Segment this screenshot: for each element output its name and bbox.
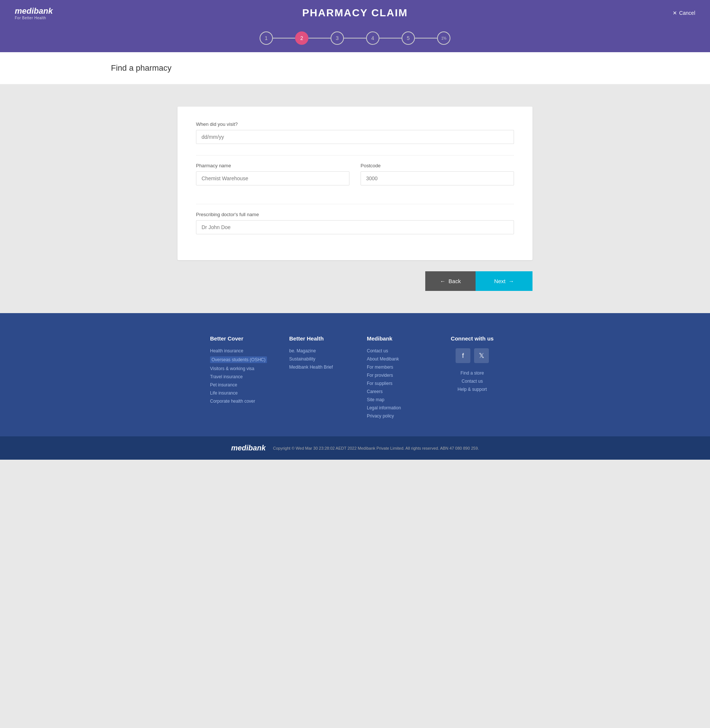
form-card: When did you visit? Pharmacy name Postco… (178, 107, 532, 260)
footer-link-pet[interactable]: Pet insurance (210, 382, 267, 387)
divider-1 (196, 155, 514, 156)
footer-link-visitors[interactable]: Visitors & working visa (210, 366, 267, 371)
cancel-icon: ✕ (673, 10, 677, 16)
back-label: Back (449, 278, 461, 284)
footer-link-health-insurance[interactable]: Health insurance (210, 348, 267, 353)
next-arrow-icon: → (509, 278, 514, 284)
logo: medibank For Better Health (15, 6, 53, 20)
footer-link-privacy[interactable]: Privacy policy (367, 413, 422, 419)
footer-medibank-heading: Medibank (367, 335, 422, 341)
step-4[interactable]: 4 (366, 31, 379, 45)
visit-date-input[interactable] (196, 130, 514, 144)
nav-buttons: ← Back Next → (178, 271, 532, 291)
back-arrow-icon: ← (440, 278, 446, 284)
next-button[interactable]: Next → (475, 271, 532, 291)
step-1-label: 1 (265, 35, 268, 41)
connect-links: Find a store Contact us Help & support (444, 371, 500, 392)
facebook-icon[interactable]: f (456, 348, 470, 363)
footer-medibank: Medibank Contact us About Medibank For m… (367, 335, 422, 422)
page-header-title: PHARMACY CLAIM (302, 7, 408, 19)
footer-link-corporate[interactable]: Corporate health cover (210, 399, 267, 404)
footer-bottom: medibank Copyright © Wed Mar 30 23:28:02… (0, 436, 710, 460)
step-4-label: 4 (371, 35, 374, 41)
main-content: When did you visit? Pharmacy name Postco… (0, 84, 710, 313)
step-5[interactable]: 5 (402, 31, 415, 45)
footer-copyright: Copyright © Wed Mar 30 23:28:02 AEDT 202… (273, 446, 479, 450)
footer-link-contact-us[interactable]: Contact us (444, 379, 500, 384)
footer-link-sitemap[interactable]: Site map (367, 397, 422, 402)
footer-connect: Connect with us f 𝕏 Find a store Contact… (444, 335, 500, 422)
footer: Better Cover Health insurance Overseas s… (0, 313, 710, 436)
visit-date-group: When did you visit? (196, 121, 514, 144)
pharmacy-name-input[interactable] (196, 171, 349, 185)
step-line-3 (344, 38, 366, 38)
step-line-5 (415, 38, 437, 38)
footer-link-travel[interactable]: Travel insurance (210, 374, 267, 379)
step-3-label: 3 (336, 35, 339, 41)
footer-link-contact[interactable]: Contact us (367, 348, 422, 353)
footer-link-help[interactable]: Help & support (444, 387, 500, 392)
footer-better-health-heading: Better Health (289, 335, 345, 341)
pharmacy-name-label: Pharmacy name (196, 163, 349, 168)
doctor-name-label: Prescribing doctor's full name (196, 212, 514, 217)
doctor-name-input[interactable] (196, 220, 514, 234)
footer-link-careers[interactable]: Careers (367, 389, 422, 394)
postcode-group: Postcode (361, 163, 514, 185)
step-6[interactable]: 1% (437, 31, 450, 45)
footer-link-about[interactable]: About Medibank (367, 356, 422, 362)
footer-link-sustainability[interactable]: Sustainability (289, 356, 345, 362)
step-2-label: 2 (300, 35, 303, 41)
footer-better-cover-heading: Better Cover (210, 335, 267, 341)
footer-columns: Better Cover Health insurance Overseas s… (74, 335, 636, 422)
footer-better-health: Better Health be. Magazine Sustainabilit… (289, 335, 345, 422)
footer-link-providers[interactable]: For providers (367, 373, 422, 378)
step-line-1 (273, 38, 295, 38)
postcode-input[interactable] (361, 171, 514, 185)
page-title-bar: Find a pharmacy (0, 52, 710, 84)
social-icons: f 𝕏 (444, 348, 500, 363)
page-title: Find a pharmacy (111, 63, 599, 73)
postcode-label: Postcode (361, 163, 514, 168)
footer-bottom-logo: medibank (231, 444, 266, 452)
logo-text: medibank (15, 6, 53, 16)
step-container: 1 2 3 4 5 1% (260, 31, 450, 45)
back-button[interactable]: ← Back (425, 271, 475, 291)
twitter-icon[interactable]: 𝕏 (474, 348, 489, 363)
step-5-label: 5 (407, 35, 410, 41)
step-3[interactable]: 3 (331, 31, 344, 45)
footer-better-cover: Better Cover Health insurance Overseas s… (210, 335, 267, 422)
step-line-2 (308, 38, 331, 38)
step-line-4 (379, 38, 402, 38)
footer-link-find-store[interactable]: Find a store (444, 371, 500, 376)
step-1[interactable]: 1 (260, 31, 273, 45)
footer-link-health-brief[interactable]: Medibank Health Brief (289, 365, 345, 370)
doctor-name-group: Prescribing doctor's full name (196, 212, 514, 234)
cancel-button[interactable]: ✕ Cancel (673, 10, 695, 16)
step-progress-bar: 1 2 3 4 5 1% (0, 26, 710, 52)
footer-link-life[interactable]: Life insurance (210, 390, 267, 396)
pharmacy-name-group: Pharmacy name (196, 163, 349, 185)
cancel-label: Cancel (679, 10, 695, 16)
pharmacy-row: Pharmacy name Postcode (196, 163, 514, 197)
header: medibank For Better Health PHARMACY CLAI… (0, 0, 710, 26)
visit-date-label: When did you visit? (196, 121, 514, 127)
footer-link-members[interactable]: For members (367, 365, 422, 370)
footer-link-legal[interactable]: Legal information (367, 405, 422, 410)
logo-subtitle: For Better Health (15, 16, 53, 20)
footer-connect-heading: Connect with us (444, 335, 500, 341)
next-label: Next (494, 278, 506, 284)
footer-link-oshc[interactable]: Overseas students (OSHC) (210, 356, 267, 363)
step-6-label: 1% (441, 36, 446, 40)
footer-link-magazine[interactable]: be. Magazine (289, 348, 345, 353)
step-2[interactable]: 2 (295, 31, 308, 45)
divider-2 (196, 204, 514, 204)
footer-link-suppliers[interactable]: For suppliers (367, 381, 422, 386)
